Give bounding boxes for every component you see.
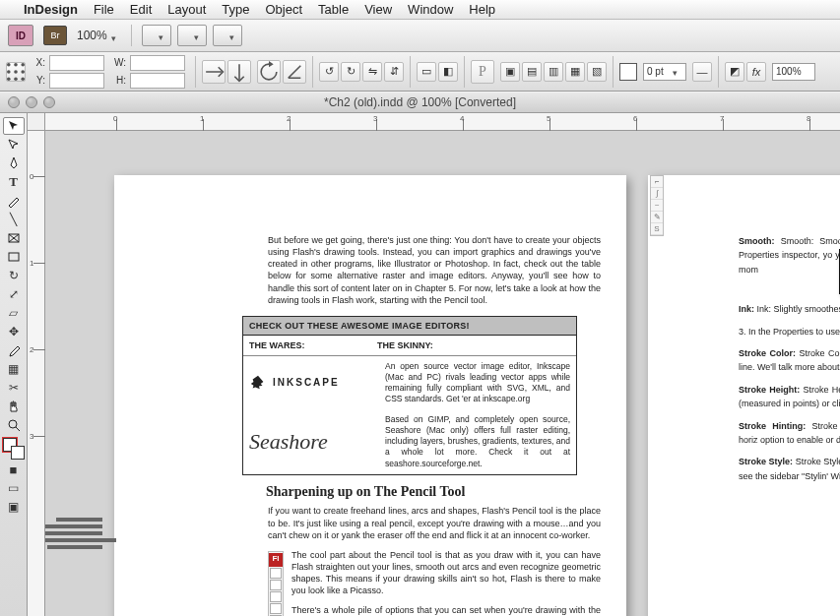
definition-smooth: Smooth: Smooth: Smoothes out rough, on t… [739, 234, 840, 277]
text-wrap-jump-button[interactable]: ▦ [565, 62, 585, 82]
rotate-cw-button[interactable]: ↻ [341, 62, 360, 82]
apply-color-button[interactable]: ■ [3, 461, 25, 478]
rotate-ccw-button[interactable]: ↺ [319, 62, 339, 82]
zoom-tool[interactable] [3, 416, 25, 434]
zoom-level-dropdown[interactable]: 100% [77, 29, 121, 42]
ware-description: An open source vector image editor, Inks… [385, 361, 570, 404]
svg-rect-10 [9, 253, 19, 261]
menu-help[interactable]: Help [469, 2, 495, 17]
svg-point-8 [21, 77, 25, 81]
x-field[interactable] [49, 55, 104, 71]
table-row: Seashore Based on GIMP, and completely o… [243, 409, 576, 473]
select-content-button[interactable]: ◧ [438, 62, 458, 82]
opacity-field[interactable]: 100% [772, 63, 815, 81]
menu-edit[interactable]: Edit [130, 2, 152, 17]
rotate-stepper[interactable] [257, 60, 281, 84]
view-mode-button-3[interactable] [213, 25, 242, 46]
menu-type[interactable]: Type [222, 2, 249, 17]
view-mode-button-1[interactable] [142, 25, 171, 46]
line-tool[interactable]: ╲ [3, 211, 25, 228]
flash-tools-inset: Fl [268, 551, 284, 616]
pasteboard[interactable]: But before we get going, there's just on… [45, 131, 840, 616]
text-wrap-bounding-button[interactable]: ▤ [522, 62, 542, 82]
mode-icon: ∫ [651, 188, 663, 200]
shear-stepper[interactable] [283, 60, 306, 84]
drop-shadow-button[interactable]: ◩ [725, 62, 744, 82]
direct-selection-tool[interactable] [3, 136, 25, 154]
ruler-origin[interactable] [28, 113, 45, 131]
fill-stroke-proxy[interactable] [3, 438, 25, 460]
chevron-down-icon [111, 31, 121, 40]
select-container-button[interactable]: ▭ [417, 62, 436, 82]
text-wrap-jump-next-button[interactable]: ▧ [587, 62, 607, 82]
type-tool[interactable]: T [3, 173, 25, 191]
w-field[interactable] [130, 55, 185, 71]
indesign-logo-icon: ID [8, 25, 33, 46]
gradient-tool[interactable]: ▦ [3, 360, 25, 378]
menu-table[interactable]: Table [318, 2, 349, 17]
minimize-window-button[interactable] [26, 96, 37, 108]
chevron-down-icon [159, 31, 168, 40]
h-field[interactable] [130, 73, 185, 89]
page-left[interactable]: But before we get going, there's just on… [114, 175, 626, 616]
stroke-style-dropdown[interactable]: — [692, 62, 712, 82]
definition-stroke-color: Stroke Color: Stroke Color: Opens Flash'… [739, 346, 840, 375]
menu-object[interactable]: Object [266, 2, 303, 17]
fill-swatch[interactable] [619, 63, 637, 81]
bridge-button[interactable]: Br [43, 26, 67, 45]
document-canvas[interactable]: 0 1 2 3 4 5 6 7 8 0 1 2 3 But before we … [28, 113, 840, 616]
format-container-button[interactable]: ▭ [3, 479, 25, 497]
section-heading: Sharpening up on The Pencil Tool [266, 483, 601, 502]
text-wrap-none-button[interactable]: ▣ [500, 62, 520, 82]
text-wrap-shape-button[interactable]: ▥ [544, 62, 563, 82]
tools-panel: T ╲ ↻ ⤢ ▱ ✥ ▦ ✂ ■ ▭ ▣ [0, 113, 28, 616]
scale-y-stepper[interactable] [227, 60, 251, 84]
shear-tool[interactable]: ▱ [3, 304, 25, 322]
page-right[interactable]: ⌐ ∫ ~ ✎ S Straighten Smooth▸ Ink Smooth:… [648, 175, 840, 616]
close-window-button[interactable] [8, 96, 20, 108]
separator [195, 56, 196, 88]
separator [464, 56, 465, 88]
menu-window[interactable]: Window [408, 2, 453, 17]
stroke-weight-field[interactable]: 0 pt [643, 63, 686, 81]
effects-button[interactable]: fx [746, 62, 766, 82]
app-name[interactable]: InDesign [24, 2, 78, 17]
hand-tool[interactable] [3, 398, 25, 415]
menu-file[interactable]: File [94, 2, 114, 17]
menu-view[interactable]: View [364, 2, 392, 17]
ruler-v-tick: 1 [30, 259, 33, 268]
scale-x-stepper[interactable] [202, 60, 226, 84]
menu-layout[interactable]: Layout [167, 2, 206, 17]
selection-tool[interactable] [3, 117, 25, 135]
pencil-tool[interactable] [3, 192, 25, 210]
flip-horizontal-button[interactable]: ⇋ [362, 62, 382, 82]
editors-table: CHECK OUT THESE AWESOME IMAGE EDITORS! T… [242, 316, 577, 475]
mode-icon: ~ [651, 200, 663, 212]
pen-tool[interactable] [3, 154, 25, 172]
definition-text: Ink: Slightly smoothes you've drawn them… [757, 304, 840, 314]
horizontal-ruler[interactable]: 0 1 2 3 4 5 6 7 8 [45, 113, 840, 131]
vertical-ruler[interactable]: 0 1 2 3 [28, 131, 45, 616]
reference-point-proxy[interactable] [6, 62, 26, 82]
flip-vertical-button[interactable]: ⇵ [384, 62, 404, 82]
chevron-down-icon [194, 31, 204, 40]
view-mode-button-2[interactable] [177, 25, 207, 46]
body-text: There's a whole pile of options that you… [268, 604, 601, 616]
definition-stroke-hinting: Stroke Hinting: Stroke Hinting: Prevents… [739, 419, 840, 448]
y-field[interactable] [49, 73, 104, 89]
separator [410, 56, 411, 88]
rectangle-tool[interactable] [3, 248, 25, 266]
svg-point-7 [14, 77, 18, 81]
paragraph-style-icon[interactable]: P [471, 60, 494, 84]
free-transform-tool[interactable]: ✥ [3, 323, 25, 340]
rotate-tool[interactable]: ↻ [3, 267, 25, 284]
zoom-window-button[interactable] [43, 96, 55, 108]
scissors-tool[interactable]: ✂ [3, 379, 25, 397]
rectangle-frame-tool[interactable] [3, 229, 25, 247]
eyedropper-tool[interactable] [3, 341, 25, 359]
svg-point-0 [7, 63, 11, 67]
control-panel-strip: X: W: Y: H: ↺ ↻ ⇋ ⇵ ▭ ◧ P ▣ ▤ ▥ ▦ ▧ [0, 52, 840, 92]
view-mode-normal-button[interactable]: ▣ [3, 498, 25, 516]
h-label: H: [112, 75, 126, 86]
scale-tool[interactable]: ⤢ [3, 285, 25, 303]
